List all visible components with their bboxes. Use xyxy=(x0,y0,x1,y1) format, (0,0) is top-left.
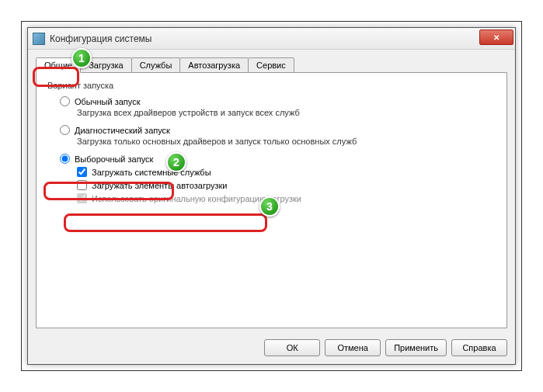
ok-button[interactable]: ОК xyxy=(264,339,320,356)
checkbox-use-original-label: Использовать оригинальную конфигурацию з… xyxy=(92,194,301,203)
app-icon xyxy=(33,33,45,45)
tab-boot[interactable]: Загрузка xyxy=(80,57,131,73)
radio-diagnostic-startup[interactable]: Диагностический запуск xyxy=(60,125,496,135)
cancel-button[interactable]: Отмена xyxy=(325,339,381,356)
apply-button[interactable]: Применить xyxy=(385,339,447,356)
tab-strip: Общие Загрузка Службы Автозагрузка Серви… xyxy=(36,56,507,73)
tab-panel-general: Вариант запуска Обычный запуск Загрузка … xyxy=(36,72,507,328)
close-icon: ✕ xyxy=(493,33,499,42)
radio-normal-startup[interactable]: Обычный запуск xyxy=(60,96,496,106)
close-button[interactable]: ✕ xyxy=(479,29,513,45)
checkbox-load-services-label: Загружать системные службы xyxy=(92,168,211,177)
radio-diagnostic-label: Диагностический запуск xyxy=(75,126,170,135)
startup-selection-label: Вариант запуска xyxy=(47,81,496,90)
window-title: Конфигурация системы xyxy=(50,33,151,44)
tab-tools[interactable]: Сервис xyxy=(248,57,294,73)
msconfig-window: Конфигурация системы ✕ Общие Загрузка Сл… xyxy=(27,27,516,365)
help-button[interactable]: Справка xyxy=(451,339,507,356)
radio-normal-input[interactable] xyxy=(60,96,70,106)
radio-diagnostic-desc: Загрузка только основных драйверов и зап… xyxy=(77,137,496,146)
radio-normal-label: Обычный запуск xyxy=(75,97,140,106)
checkbox-load-services-input[interactable] xyxy=(77,167,87,177)
checkbox-use-original-input xyxy=(77,193,87,203)
radio-normal-desc: Загрузка всех драйверов устройств и запу… xyxy=(77,108,496,117)
tab-general[interactable]: Общие xyxy=(36,57,81,73)
checkbox-use-original-boot: Использовать оригинальную конфигурацию з… xyxy=(77,193,496,203)
checkbox-load-startup-items[interactable]: Загружать элементы автозагрузки xyxy=(77,180,496,190)
dialog-buttons: ОК Отмена Применить Справка xyxy=(264,339,507,356)
checkbox-load-startup-label: Загружать элементы автозагрузки xyxy=(92,181,227,190)
tab-startup[interactable]: Автозагрузка xyxy=(179,57,249,73)
checkbox-load-services[interactable]: Загружать системные службы xyxy=(77,167,496,177)
checkbox-load-startup-input[interactable] xyxy=(77,180,87,190)
radio-selective-input[interactable] xyxy=(60,154,70,164)
screenshot-frame: Конфигурация системы ✕ Общие Загрузка Сл… xyxy=(21,21,522,371)
radio-diagnostic-input[interactable] xyxy=(60,125,70,135)
window-content: Общие Загрузка Службы Автозагрузка Серви… xyxy=(28,50,515,364)
titlebar: Конфигурация системы ✕ xyxy=(28,28,515,50)
radio-selective-startup[interactable]: Выборочный запуск xyxy=(60,154,496,164)
tab-services[interactable]: Службы xyxy=(131,57,181,73)
radio-selective-label: Выборочный запуск xyxy=(75,154,153,164)
